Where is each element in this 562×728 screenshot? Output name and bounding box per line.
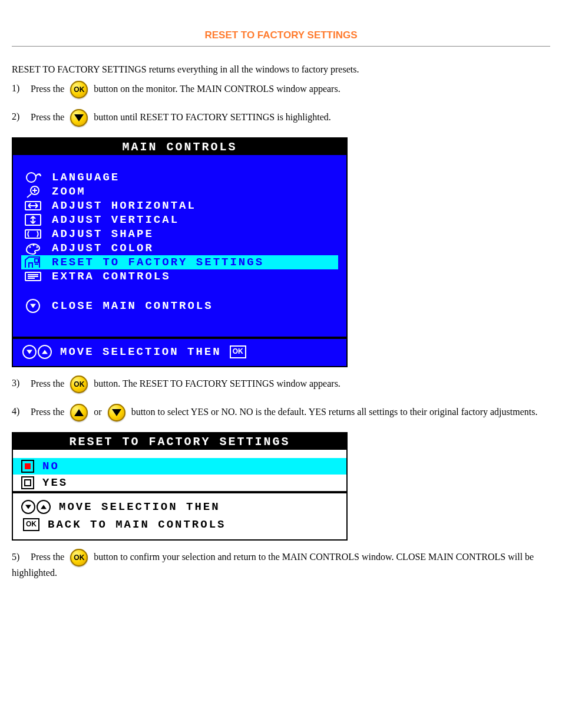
heading-separator <box>12 46 550 47</box>
osd2-footer-line2: BACK TO MAIN CONTROLS <box>48 516 226 533</box>
radio-selected-icon <box>21 460 34 473</box>
osd1-item-close[interactable]: CLOSE MAIN CONTROLS <box>21 299 338 313</box>
step-5-text-after: button to confirm your selection and ret… <box>12 552 534 578</box>
section-heading: RESET TO FACTORY SETTINGS <box>12 29 550 41</box>
svg-point-6 <box>29 246 31 248</box>
osd2-label-no: NO <box>42 460 59 473</box>
step-2: 2) Press the button until RESET TO FACTO… <box>12 109 550 127</box>
ok-glyph-icon: OK <box>230 345 246 358</box>
adjust-vertical-icon <box>22 213 44 226</box>
adjust-horizontal-icon <box>22 199 44 212</box>
osd1-label-vertical: ADJUST VERTICAL <box>52 213 179 226</box>
intro-text: RESET TO FACTORY SETTINGS returns everyt… <box>12 63 550 76</box>
osd1-label-zoom: ZOOM <box>52 185 86 198</box>
step-3-number: 3) <box>12 377 28 390</box>
osd1-item-vertical[interactable]: ADJUST VERTICAL <box>21 213 338 227</box>
step-2-number: 2) <box>12 110 28 123</box>
osd2-title: RESET TO FACTORY SETTINGS <box>13 433 346 450</box>
osd2-footer: MOVE SELECTION THEN OK BACK TO MAIN CONT… <box>13 491 346 540</box>
osd1-item-color[interactable]: ADJUST COLOR <box>21 241 338 255</box>
svg-point-0 <box>27 173 36 182</box>
step-2-text-after: button until RESET TO FACTORY SETTINGS i… <box>94 111 330 121</box>
osd1-title: MAIN CONTROLS <box>13 139 346 155</box>
osd1-label-reset: RESET TO FACTORY SETTINGS <box>52 256 264 269</box>
step-1-number: 1) <box>12 82 28 95</box>
osd2-label-yes: YES <box>42 476 68 489</box>
step-4-text-after: button to select YES or NO. NO is the de… <box>131 406 538 416</box>
osd1-label-color: ADJUST COLOR <box>52 242 154 255</box>
osd1-footer-text: MOVE SELECTION THEN <box>60 345 222 358</box>
step-4-text-mid: or <box>94 406 104 416</box>
ok-button-icon <box>70 375 88 393</box>
radio-unselected-icon <box>21 476 34 489</box>
step-3-text-before: Press the <box>31 378 67 388</box>
up-button-icon <box>70 404 88 421</box>
osd2-option-yes[interactable]: YES <box>13 475 346 491</box>
step-3-text-after: button. The RESET TO FACTORY SETTINGS wi… <box>94 378 340 388</box>
osd1-item-extra[interactable]: EXTRA CONTROLS <box>21 269 338 284</box>
down-button-icon <box>108 404 125 421</box>
svg-point-8 <box>37 246 38 248</box>
osd1-item-shape[interactable]: ADJUST SHAPE <box>21 227 338 241</box>
adjust-shape-icon <box>22 228 44 241</box>
ok-glyph-icon: OK <box>23 518 39 531</box>
language-icon <box>22 171 44 184</box>
step-2-text-before: Press the <box>31 111 67 121</box>
step-1: 1) Press the button on the monitor. The … <box>12 81 550 98</box>
osd1-label-horizontal: ADJUST HORIZONTAL <box>52 199 196 212</box>
zoom-icon <box>22 185 44 198</box>
osd1-label-language: LANGUAGE <box>52 171 120 184</box>
step-5-number: 5) <box>12 551 28 564</box>
adjust-color-icon <box>22 242 44 255</box>
ok-button-icon <box>70 549 88 566</box>
step-5-text-before: Press the <box>31 552 67 562</box>
svg-point-7 <box>33 244 35 246</box>
osd2-option-no[interactable]: NO <box>13 458 346 475</box>
osd1-item-reset[interactable]: RESET TO FACTORY SETTINGS <box>21 255 338 269</box>
osd-reset-dialog: RESET TO FACTORY SETTINGS NO YES MOVE SE… <box>12 432 348 541</box>
step-1-text-before: Press the <box>31 83 67 93</box>
reset-factory-icon <box>22 256 44 269</box>
close-down-icon <box>22 299 44 312</box>
osd1-item-horizontal[interactable]: ADJUST HORIZONTAL <box>21 199 338 213</box>
osd1-label-shape: ADJUST SHAPE <box>52 228 154 241</box>
step-1-text-after: button on the monitor. The MAIN CONTROLS… <box>94 83 340 93</box>
up-down-arrows-icon <box>21 500 51 514</box>
svg-point-1 <box>39 173 41 175</box>
osd1-item-language[interactable]: LANGUAGE <box>21 170 338 185</box>
step-5: 5) Press the button to confirm your sele… <box>12 549 550 579</box>
osd1-footer: MOVE SELECTION THEN OK <box>13 337 346 366</box>
down-button-icon <box>70 109 88 127</box>
osd1-item-zoom[interactable]: ZOOM <box>21 185 338 199</box>
up-down-arrows-icon <box>22 345 52 359</box>
osd2-footer-line1: MOVE SELECTION THEN <box>59 498 220 516</box>
step-3: 3) Press the button. The RESET TO FACTOR… <box>12 375 550 393</box>
osd-main-controls: MAIN CONTROLS LANGUAGE ZOOM ADJUST HORIZ… <box>12 137 348 367</box>
osd1-label-close: CLOSE MAIN CONTROLS <box>52 299 213 312</box>
osd1-label-extra: EXTRA CONTROLS <box>52 270 171 283</box>
ok-button-icon <box>70 81 88 98</box>
step-4: 4) Press the or button to select YES or … <box>12 404 550 421</box>
step-4-text-before: Press the <box>31 406 67 416</box>
step-4-number: 4) <box>12 405 28 418</box>
extra-controls-icon <box>22 270 44 283</box>
